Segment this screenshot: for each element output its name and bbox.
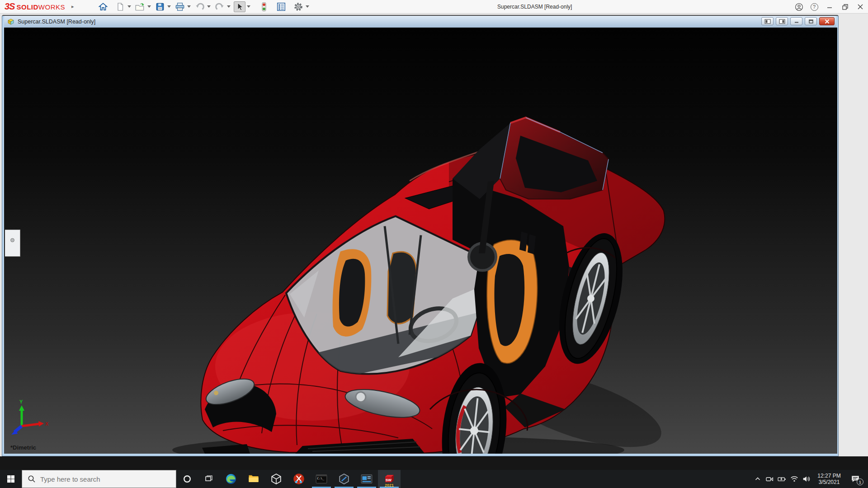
workspace: Supercar.SLDASM [Read-only] <box>0 14 868 470</box>
redo-button[interactable] <box>214 1 226 12</box>
solidworks-logo: 3S SOLID WORKS <box>5 1 65 12</box>
open-button[interactable] <box>134 1 146 12</box>
3ds-logo-icon: 3S <box>5 1 14 12</box>
taskbar-app-3d-viewer[interactable] <box>265 470 288 488</box>
notification-badge: 1 <box>857 479 863 485</box>
document-title: Supercar.SLDASM [Read-only] <box>18 19 95 25</box>
new-document-dropdown[interactable] <box>127 5 131 8</box>
battery-button[interactable] <box>776 470 788 488</box>
taskbar-app-snip[interactable] <box>288 470 310 488</box>
display-pane-icon <box>276 2 286 12</box>
taskbar-app-dev-hexagon[interactable] <box>333 470 355 488</box>
wifi-icon <box>790 475 798 483</box>
print-button[interactable] <box>174 1 186 12</box>
redo-icon <box>215 2 225 12</box>
minimize-icon <box>826 4 833 10</box>
save-dropdown[interactable] <box>167 5 171 8</box>
close-button[interactable] <box>853 0 868 14</box>
print-dropdown[interactable] <box>187 5 191 8</box>
new-document-button[interactable] <box>114 1 126 12</box>
restore-button[interactable] <box>837 0 853 14</box>
print-icon <box>175 2 185 12</box>
svg-text:SW: SW <box>385 478 391 482</box>
display-settings-button[interactable] <box>275 1 287 12</box>
snip-scissors-icon <box>293 473 305 485</box>
doc-minimize-button[interactable] <box>790 17 802 25</box>
meet-now-button[interactable] <box>764 470 776 488</box>
redo-dropdown[interactable] <box>227 5 231 8</box>
options-dropdown[interactable] <box>306 5 309 8</box>
cortana-icon <box>183 474 192 483</box>
start-button[interactable] <box>0 470 22 488</box>
clock-time: 12:27 PM <box>815 473 843 479</box>
system-tray: 12:27 PM 3/5/2021 1 <box>751 470 868 488</box>
cortana-button[interactable] <box>176 470 198 488</box>
lower-background <box>0 456 868 470</box>
app-title: Supercar.SLDASM [Read-only] <box>497 0 572 14</box>
pane-right-button[interactable] <box>776 17 788 25</box>
command-prompt-icon: C:\_ <box>316 473 327 485</box>
pane-left-button[interactable] <box>761 17 774 25</box>
graphics-viewport[interactable]: Y X *Dimetric <box>4 28 837 454</box>
clock-date: 3/5/2021 <box>815 479 843 485</box>
tray-overflow-button[interactable] <box>751 470 764 488</box>
triad-x-label: X <box>45 421 49 427</box>
task-view-button[interactable] <box>198 470 220 488</box>
volume-button[interactable] <box>800 470 812 488</box>
taskbar-app-command-prompt[interactable]: C:\_ <box>310 470 333 488</box>
pane-right-icon <box>779 19 785 24</box>
taskbar-search[interactable] <box>22 470 176 488</box>
orientation-triad[interactable]: Y X <box>11 399 49 435</box>
close-icon <box>857 4 863 10</box>
home-button[interactable] <box>97 1 109 12</box>
battery-charging-icon <box>778 475 786 483</box>
options-button[interactable] <box>292 1 304 12</box>
brand-solid: SOLID <box>16 3 38 11</box>
document-window-controls <box>759 17 835 25</box>
doc-minimize-icon <box>794 19 799 23</box>
help-icon: ? <box>811 3 818 11</box>
doc-close-icon <box>824 19 830 24</box>
minimize-button[interactable] <box>822 0 837 14</box>
taskbar-app-file-explorer[interactable] <box>242 470 265 488</box>
file-explorer-icon <box>248 473 259 485</box>
action-center-button[interactable]: 1 <box>846 470 865 488</box>
document-window: Supercar.SLDASM [Read-only] <box>2 15 839 456</box>
taskbar-app-edge[interactable] <box>220 470 242 488</box>
menu-expand-icon[interactable]: ▸ <box>71 4 74 9</box>
app-titlebar: 3S SOLID WORKS ▸ <box>0 0 868 14</box>
search-input[interactable] <box>39 475 152 483</box>
account-button[interactable] <box>791 0 807 14</box>
rebuild-button[interactable] <box>258 1 270 12</box>
select-dropdown[interactable] <box>247 5 250 8</box>
undo-dropdown[interactable] <box>207 5 211 8</box>
car-model[interactable] <box>172 117 670 454</box>
save-icon <box>155 2 165 12</box>
restore-icon <box>842 4 849 10</box>
gear-icon <box>293 2 303 12</box>
svg-text:C:\_: C:\_ <box>317 477 325 480</box>
undo-button[interactable] <box>194 1 206 12</box>
undo-icon <box>195 2 205 12</box>
network-button[interactable] <box>788 470 800 488</box>
expand-pane-icon <box>10 238 14 242</box>
triad-x-axis[interactable] <box>22 424 39 426</box>
camera-icon <box>766 475 774 483</box>
doc-restore-button[interactable] <box>805 17 817 25</box>
taskbar-app-window[interactable] <box>355 470 378 488</box>
windows-logo-icon <box>7 475 15 483</box>
taskbar-app-solidworks[interactable]: SW 2021 <box>378 470 401 488</box>
help-button[interactable]: ? <box>807 0 822 14</box>
feature-manager-collapsed-tab[interactable] <box>5 230 20 257</box>
solidworks-app: 3S SOLID WORKS ▸ <box>0 0 868 488</box>
chevron-up-icon <box>755 476 761 482</box>
select-tool-button[interactable] <box>234 1 245 12</box>
open-icon <box>135 2 146 12</box>
taskbar-clock[interactable]: 12:27 PM 3/5/2021 <box>815 473 843 485</box>
save-button[interactable] <box>154 1 166 12</box>
doc-close-button[interactable] <box>819 17 835 25</box>
document-titlebar[interactable]: Supercar.SLDASM [Read-only] <box>4 16 836 28</box>
select-cursor-icon <box>235 2 244 12</box>
open-dropdown[interactable] <box>147 5 151 8</box>
pane-left-icon <box>764 19 771 24</box>
